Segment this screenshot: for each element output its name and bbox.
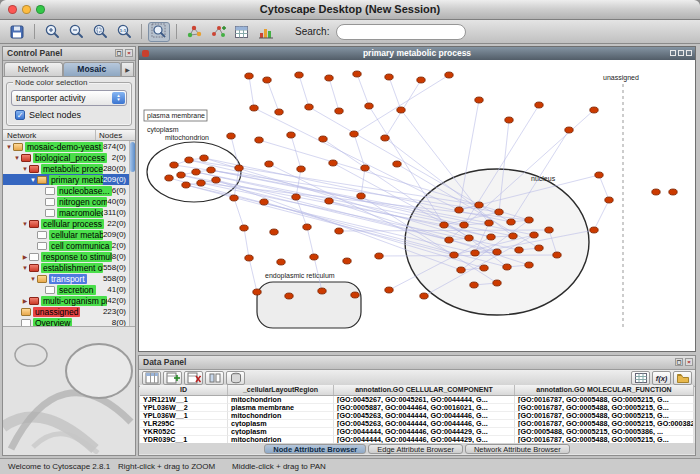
network-node[interactable] <box>353 71 361 77</box>
network-node[interactable] <box>605 197 613 203</box>
network-node[interactable] <box>245 255 253 261</box>
tab-overflow-arrow[interactable]: ▶ <box>121 62 134 76</box>
network-node[interactable] <box>535 245 543 251</box>
network-node[interactable] <box>487 234 495 240</box>
network-node[interactable] <box>200 155 208 161</box>
network-node[interactable] <box>357 193 365 199</box>
zoom-out-button[interactable] <box>65 22 87 42</box>
network-node[interactable] <box>480 265 488 271</box>
zoom-fit-button[interactable] <box>89 22 111 42</box>
network-node[interactable] <box>565 127 573 133</box>
network-node[interactable] <box>182 182 190 188</box>
zoom-selected-region-button[interactable] <box>148 22 170 42</box>
network-node[interactable] <box>318 288 326 294</box>
network-node[interactable] <box>460 222 468 228</box>
network-node[interactable] <box>197 180 205 186</box>
grid-button[interactable] <box>231 22 253 42</box>
close-frame-icon[interactable] <box>686 50 692 56</box>
expander-icon[interactable]: ▼ <box>29 177 37 183</box>
network-node[interactable] <box>385 287 393 293</box>
network-node[interactable] <box>669 189 677 195</box>
network-node[interactable] <box>485 220 493 226</box>
network-node[interactable] <box>265 161 273 167</box>
network-node[interactable] <box>515 247 523 253</box>
network-node[interactable] <box>420 293 428 299</box>
tree-row[interactable]: nucleobase...6(0) <box>3 185 135 196</box>
network-node[interactable] <box>381 135 389 141</box>
tree-row[interactable]: ▶response to stimul8(0) <box>3 251 135 262</box>
network-node[interactable] <box>303 224 311 230</box>
network-node[interactable] <box>192 169 200 175</box>
zoom-actual-button[interactable]: 1:1 <box>113 22 135 42</box>
network-node[interactable] <box>305 104 313 110</box>
zoom-in-button[interactable] <box>41 22 63 42</box>
expander-icon[interactable]: ▼ <box>21 265 29 271</box>
expander-icon[interactable]: ▼ <box>21 221 29 227</box>
network-node[interactable] <box>397 107 405 113</box>
tab-network-attribute-browser[interactable]: Network Attribute Browser <box>465 444 570 454</box>
network-node[interactable] <box>325 75 333 81</box>
tab-network[interactable]: Network <box>4 62 63 76</box>
tree-row[interactable]: ▼cellular process22(0) <box>3 218 135 229</box>
network-node[interactable] <box>351 292 359 298</box>
network-node[interactable] <box>440 222 448 228</box>
tree-row[interactable]: macromolecule311(0) <box>3 207 135 218</box>
network-node[interactable] <box>240 225 248 231</box>
network-node[interactable] <box>509 233 517 239</box>
network-node[interactable] <box>505 117 513 123</box>
histogram-button[interactable] <box>255 22 277 42</box>
tree-row[interactable]: ▼metabolic process280(0) <box>3 163 135 174</box>
close-panel-icon[interactable]: × <box>125 49 133 57</box>
clear-table-button[interactable] <box>226 371 245 385</box>
network-node[interactable] <box>212 177 220 183</box>
network-node[interactable] <box>493 249 501 255</box>
birds-eye-view[interactable] <box>3 326 135 455</box>
network-node[interactable] <box>530 232 538 238</box>
tree-column-network[interactable]: Network <box>3 130 96 140</box>
expander-icon[interactable]: ▼ <box>13 155 21 161</box>
table-row[interactable]: YKR052Ccytoplasm[GO:0044444, GO:0044446,… <box>140 428 694 436</box>
formula-builder-button[interactable]: f(x) <box>652 371 671 385</box>
network-node[interactable] <box>455 207 463 213</box>
create-attribute-button[interactable] <box>163 371 182 385</box>
table-row[interactable]: YLR295Ccytoplasm[GO:0045263, GO:0044444,… <box>140 420 694 428</box>
table-row[interactable]: YPL036W__1mitochondrion[GO:0045263, GO:0… <box>140 412 694 420</box>
tree-row[interactable]: ▼primary metab209(0) <box>3 174 135 185</box>
network-node[interactable] <box>275 109 283 115</box>
network-node[interactable] <box>595 172 603 178</box>
float-panel-icon[interactable]: ◻ <box>675 358 683 366</box>
table-row[interactable]: YJR121W__1mitochondrion[GO:0045267, GO:0… <box>140 396 694 404</box>
tree-row[interactable]: cellular metabo209(0) <box>3 229 135 240</box>
network-node[interactable] <box>270 229 278 235</box>
network-node[interactable] <box>295 72 303 78</box>
network-node[interactable] <box>470 282 478 288</box>
network-node[interactable] <box>319 136 327 142</box>
network-node[interactable] <box>287 132 295 138</box>
network-node[interactable] <box>250 105 258 111</box>
network-node[interactable] <box>393 161 401 167</box>
network-node[interactable] <box>335 228 343 234</box>
network-node[interactable] <box>361 165 369 171</box>
network-node[interactable] <box>365 103 373 109</box>
network-node[interactable] <box>297 166 305 172</box>
network-node[interactable] <box>553 252 561 258</box>
tab-edge-attribute-browser[interactable]: Edge Attribute Browser <box>368 444 463 454</box>
minimize-window-button[interactable] <box>22 5 31 14</box>
network-node[interactable] <box>590 227 598 233</box>
close-window-button[interactable] <box>8 5 17 14</box>
column-header-molecular-function[interactable]: annotation.GO MOLECULAR_FUNCTION <box>515 385 694 395</box>
network-node[interactable] <box>325 198 333 204</box>
maximize-frame-icon[interactable] <box>678 50 684 56</box>
minimize-frame-icon[interactable] <box>670 50 676 56</box>
select-nodes-checkbox[interactable]: ✓ <box>15 110 25 120</box>
expander-icon[interactable]: ▼ <box>5 144 13 150</box>
network-node[interactable] <box>465 235 473 241</box>
network-node[interactable] <box>230 195 238 201</box>
tab-mosaic[interactable]: Mosaic <box>63 62 122 76</box>
network-node[interactable] <box>245 73 253 79</box>
import-attributes-button[interactable] <box>673 371 692 385</box>
column-header-cellular-component[interactable]: annotation.GO CELLULAR_COMPONENT <box>334 385 515 395</box>
tree-row[interactable]: ▼biological_process2(0) <box>3 152 135 163</box>
tree-row[interactable]: cell communica2(0) <box>3 240 135 251</box>
network-node[interactable] <box>350 131 358 137</box>
